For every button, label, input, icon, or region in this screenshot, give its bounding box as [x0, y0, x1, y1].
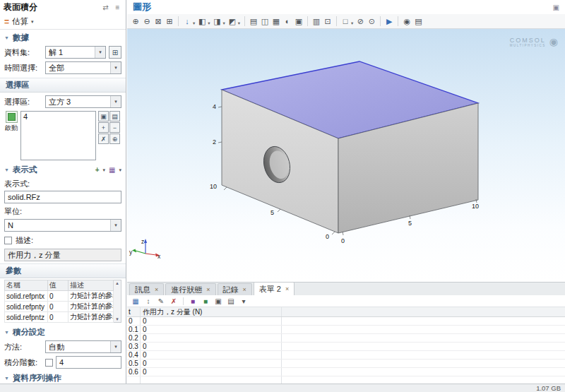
active-selection-button[interactable] — [6, 111, 18, 123]
color-theme-icon[interactable]: ▣ — [293, 16, 304, 27]
clear-selection-button[interactable]: ✗ — [98, 133, 109, 144]
parameter-row[interactable]: solid.refpnty 0 力矩計算的參考... — [5, 302, 114, 312]
export-table-icon[interactable]: ▤ — [226, 296, 236, 306]
col-header-t[interactable]: t — [127, 307, 141, 316]
zoom-to-selection-button[interactable]: ⊕ — [109, 133, 120, 144]
selection-dropdown-button[interactable]: ▾ — [110, 96, 121, 107]
graphics-canvas[interactable]: 4 2 10 5 0 0 5 10 z y x — [127, 29, 565, 282]
close-icon[interactable]: × — [155, 286, 158, 293]
edit-icon[interactable]: ✎ — [156, 296, 166, 306]
evaluate-button[interactable]: 估算 — [12, 16, 28, 27]
surface-plot-icon[interactable]: ■ — [201, 296, 210, 306]
view-zx-icon[interactable]: ◩ — [227, 16, 238, 27]
close-icon[interactable]: × — [206, 286, 210, 293]
parameters-section-bar[interactable]: 參數 — [0, 263, 126, 278]
tab-messages[interactable]: 訊息 × — [129, 283, 164, 295]
param-name[interactable]: solid.refpntz — [5, 312, 48, 323]
param-col-name[interactable]: 名稱 — [5, 280, 48, 291]
insert-expression-icon[interactable]: ▦ — [109, 166, 115, 174]
selection-list-item[interactable]: 4 — [23, 112, 93, 121]
table-settings-icon[interactable]: ▦ — [131, 296, 141, 306]
transparency-icon[interactable]: ◫ — [259, 16, 270, 27]
time-dropdown-button[interactable]: ▾ — [110, 62, 121, 73]
window-menu-icon[interactable]: ▣ — [553, 4, 559, 11]
zoom-extents-icon[interactable]: ⊠ — [153, 16, 164, 27]
evaluate-chevron-down-icon[interactable]: ▾ — [31, 19, 34, 25]
print-icon[interactable]: ▤ — [412, 16, 424, 27]
selection-list[interactable]: 4 — [20, 111, 96, 160]
parameter-row[interactable]: solid.refpntz 0 力矩計算的參考... — [5, 312, 114, 323]
more-options-icon[interactable]: ▾ — [239, 296, 249, 306]
table-row[interactable]: 0 0 — [127, 317, 565, 326]
show-all-icon[interactable]: ⊙ — [366, 16, 377, 27]
expression-input[interactable]: solid.RFz — [4, 191, 121, 203]
table-row[interactable]: 0.5 0 — [127, 360, 565, 368]
zoom-in-icon[interactable]: ⊕ — [130, 16, 141, 27]
tab-table-2[interactable]: 表單 2 × — [254, 282, 295, 295]
param-value[interactable]: 0 — [48, 312, 69, 323]
unit-dropdown-button[interactable]: ▾ — [110, 220, 121, 231]
scroll-up-icon[interactable]: ▲ — [115, 281, 119, 285]
tab-log[interactable]: 記錄 × — [218, 283, 252, 295]
copy-table-icon[interactable]: ▣ — [213, 296, 223, 306]
chevron-down-icon[interactable]: ▾ — [238, 20, 240, 26]
param-name[interactable]: solid.refpntx — [5, 291, 48, 302]
scene-lights-icon[interactable]: ◐ — [282, 16, 293, 27]
panel-menu-icon[interactable]: ≡ — [113, 4, 122, 11]
precision-icon[interactable]: ↕ — [143, 296, 153, 306]
hide-selected-icon[interactable]: ⊘ — [355, 16, 366, 27]
flip-panel-icon[interactable]: ⇄ — [101, 4, 110, 11]
plot-table-icon[interactable]: ■ — [188, 296, 198, 306]
close-icon[interactable]: × — [243, 286, 246, 293]
chevron-down-icon[interactable]: ▾ — [103, 167, 106, 173]
param-value[interactable]: 0 — [48, 302, 69, 312]
dataset-dropdown-button[interactable]: ▾ — [95, 47, 105, 58]
tab-progress[interactable]: 進行狀態 × — [165, 283, 215, 295]
camera-icon[interactable]: ◉ — [401, 16, 412, 27]
selection-select[interactable]: 立方 3 ▾ — [45, 95, 121, 108]
chevron-down-icon[interactable]: ▾ — [119, 167, 121, 173]
dataset-select[interactable]: 解 1 ▾ — [45, 46, 106, 59]
new-dataset-button[interactable]: ⊞ — [109, 46, 121, 59]
paste-selection-button[interactable]: ▤ — [109, 111, 120, 121]
table-row[interactable]: 0.2 0 — [127, 334, 565, 343]
table-row[interactable]: 0.3 0 — [127, 343, 565, 351]
table-row[interactable]: 0.4 0 — [127, 351, 565, 360]
remove-selection-button[interactable]: − — [109, 122, 120, 133]
scroll-down-icon[interactable]: ▼ — [115, 317, 119, 321]
appearance-icon[interactable]: ▤ — [248, 16, 259, 27]
view-xy-icon[interactable]: ◧ — [196, 16, 208, 27]
chevron-down-icon[interactable]: ▾ — [223, 20, 225, 26]
param-col-description[interactable]: 描述 — [69, 280, 114, 291]
param-col-value[interactable]: 值 — [48, 280, 69, 291]
selection-section-bar[interactable]: 選擇區 — [0, 78, 126, 93]
chevron-down-icon[interactable]: ▾ — [351, 20, 353, 26]
integration-order-input[interactable]: 4 — [56, 356, 121, 369]
add-selection-button[interactable]: + — [98, 122, 109, 133]
image-snapshot-icon[interactable]: ▥ — [311, 16, 322, 27]
view-yz-icon[interactable]: ◨ — [212, 16, 223, 27]
active-toggle[interactable]: 啟動 — [4, 111, 18, 133]
integration-order-checkbox[interactable] — [45, 359, 53, 367]
go-to-default-view-icon[interactable]: ↓ — [182, 16, 193, 27]
section-series-header[interactable]: ▼ 資料序列操作 — [0, 370, 126, 384]
method-dropdown-button[interactable]: ▾ — [110, 341, 121, 352]
param-value[interactable]: 0 — [48, 291, 69, 302]
delete-icon[interactable]: ✗ — [169, 296, 179, 306]
section-expression-header[interactable]: ▼ 表示式 + ▾ ▦ ▾ — [0, 162, 126, 177]
select-box-icon[interactable]: □ — [340, 16, 351, 27]
section-integration-header[interactable]: ▼ 積分設定 — [0, 324, 126, 339]
play-animation-icon[interactable]: ▶ — [383, 16, 395, 27]
col-header-force[interactable]: 作用力，z 分量 (N) — [141, 307, 282, 316]
zoom-out-icon[interactable]: ⊖ — [141, 16, 153, 27]
copy-selection-button[interactable]: ▣ — [98, 111, 109, 121]
add-expression-icon[interactable]: + — [95, 166, 100, 174]
chevron-down-icon[interactable]: ▾ — [193, 20, 195, 26]
time-selection-select[interactable]: 全部 ▾ — [45, 61, 121, 74]
description-checkbox[interactable] — [4, 237, 12, 244]
table-row[interactable]: 0.1 0 — [127, 326, 565, 334]
table-row[interactable]: 0.6 0 — [127, 368, 565, 376]
wireframe-icon[interactable]: ▦ — [270, 16, 282, 27]
zoom-box-icon[interactable]: ⊞ — [164, 16, 175, 27]
chevron-down-icon[interactable]: ▾ — [208, 20, 210, 26]
